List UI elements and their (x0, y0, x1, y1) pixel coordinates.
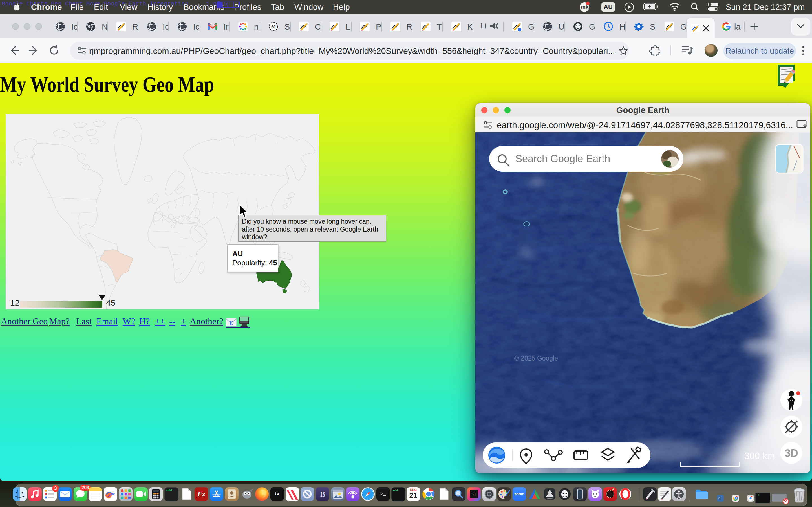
svg-text:E: E (229, 320, 233, 326)
svg-text:© 2025 Google: © 2025 Google (514, 355, 558, 362)
svg-text:3D: 3D (784, 447, 799, 459)
svg-text:300 km: 300 km (744, 451, 775, 461)
svg-text:M: M (271, 24, 276, 30)
svg-text:Li: Li (480, 21, 486, 30)
svg-text:Search Google Earth: Search Google Earth (515, 153, 610, 165)
